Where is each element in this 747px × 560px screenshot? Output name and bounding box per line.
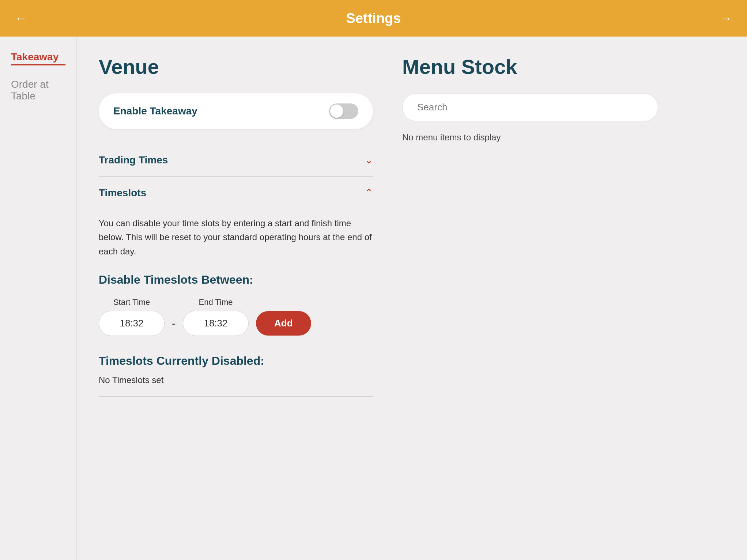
- menu-stock-panel: Menu Stock No menu items to display: [402, 55, 658, 542]
- timeslots-header[interactable]: Timeslots ⌃: [99, 177, 373, 209]
- add-timeslot-button[interactable]: Add: [256, 311, 311, 336]
- time-inputs-row: Start Time - End Time Add: [99, 298, 373, 336]
- trading-times-label: Trading Times: [99, 154, 168, 166]
- sidebar-item-takeaway[interactable]: Takeaway: [11, 51, 65, 65]
- trading-times-chevron-icon: ⌄: [365, 154, 373, 166]
- enable-takeaway-row: Enable Takeaway: [99, 93, 373, 129]
- enable-takeaway-label: Enable Takeaway: [113, 105, 197, 117]
- end-time-label: End Time: [199, 298, 233, 307]
- time-separator: -: [172, 317, 176, 330]
- header: ← Settings →: [0, 0, 747, 37]
- timeslots-content: You can disable your time slots by enter…: [99, 209, 373, 396]
- timeslots-chevron-icon: ⌃: [365, 187, 373, 199]
- timeslots-label: Timeslots: [99, 187, 146, 199]
- end-time-group: End Time: [183, 298, 249, 336]
- search-input[interactable]: [402, 93, 658, 121]
- disable-timeslots-title: Disable Timeslots Between:: [99, 273, 373, 287]
- start-time-label: Start Time: [113, 298, 150, 307]
- sidebar: Takeaway Order at Table: [0, 37, 77, 560]
- header-title: Settings: [346, 11, 401, 26]
- search-wrapper: [402, 93, 658, 121]
- menu-stock-title: Menu Stock: [402, 55, 658, 79]
- no-timeslots-text: No Timeslots set: [99, 375, 373, 385]
- trading-times-header[interactable]: Trading Times ⌄: [99, 144, 373, 176]
- no-menu-items-text: No menu items to display: [402, 132, 658, 143]
- back-button[interactable]: ←: [15, 11, 28, 26]
- content-area: Venue Enable Takeaway Trading Times ⌄ Ti…: [77, 37, 747, 560]
- sidebar-item-order-at-table[interactable]: Order at Table: [11, 79, 65, 102]
- logout-button[interactable]: →: [719, 11, 732, 26]
- currently-disabled-title: Timeslots Currently Disabled:: [99, 354, 373, 368]
- venue-title: Venue: [99, 55, 373, 79]
- timeslots-description: You can disable your time slots by enter…: [99, 216, 373, 258]
- end-time-input[interactable]: [183, 311, 249, 336]
- start-time-group: Start Time: [99, 298, 165, 336]
- start-time-input[interactable]: [99, 311, 165, 336]
- timeslots-section: Timeslots ⌃ You can disable your time sl…: [99, 177, 373, 397]
- venue-panel: Venue Enable Takeaway Trading Times ⌄ Ti…: [99, 55, 373, 542]
- enable-takeaway-toggle[interactable]: [329, 103, 358, 119]
- trading-times-section: Trading Times ⌄: [99, 144, 373, 177]
- main-layout: Takeaway Order at Table Venue Enable Tak…: [0, 37, 747, 560]
